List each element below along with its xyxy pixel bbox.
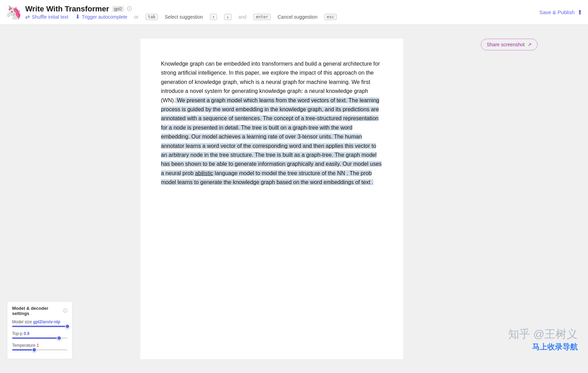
share-screenshot-button[interactable]: Share screenshot ↗ <box>481 39 538 50</box>
and-label: and <box>239 14 246 20</box>
temperature-row: Temperature 1 <box>12 343 67 351</box>
logo-area: 🦄 Write With Transformer gpt2 ⓘ ⇄ Shuffl… <box>6 4 337 20</box>
model-settings-box: Model & decoder settings ⓘ Model size gp… <box>7 301 73 359</box>
toolbar-actions: ⇄ Shuffle initial text ⬇ Trigger autocom… <box>25 13 337 20</box>
share-screenshot-label: Share screenshot <box>487 42 525 47</box>
model-size-slider[interactable] <box>12 326 67 327</box>
shuffle-label: Shuffle initial text <box>32 14 68 20</box>
info-icon[interactable]: ⓘ <box>127 6 132 12</box>
select-suggestion-text: Select suggestion <box>165 14 203 20</box>
model-size-value: gpt2/arxiv-nlp <box>33 319 60 324</box>
autocomplete-btn[interactable]: ⬇ Trigger autocomplete <box>75 13 128 20</box>
main: Model & decoder settings ⓘ Model size gp… <box>0 25 588 373</box>
shuffle-icon: ⇄ <box>25 13 30 20</box>
top-p-row: Top-p 0.9 <box>12 331 67 339</box>
temperature-value: 1 <box>37 343 39 348</box>
save-publish-button[interactable]: Save & Publish ⬆ <box>539 9 582 16</box>
cancel-suggestion-text: Cancel suggestion <box>278 14 317 20</box>
left-panel: Model & decoder settings ⓘ Model size gp… <box>0 25 73 373</box>
share-external-icon: ↗ <box>528 42 532 47</box>
model-settings-title: Model & decoder settings <box>12 306 61 316</box>
settings-info-icon[interactable]: ⓘ <box>63 308 67 314</box>
temperature-slider[interactable] <box>12 349 67 351</box>
user-text: Knowledge graph can be embedded into tra… <box>161 61 380 103</box>
top-p-label: Top-p 0.9 <box>12 331 67 336</box>
paper[interactable]: Knowledge graph can be embedded into tra… <box>140 39 403 359</box>
enter-key-badge: enter <box>253 14 271 20</box>
model-size-label: Model size gpt2/arxiv-nlp <box>12 319 67 324</box>
top-p-slider[interactable] <box>12 337 67 339</box>
shuffle-btn[interactable]: ⇄ Shuffle initial text <box>25 13 68 20</box>
temperature-label: Temperature 1 <box>12 343 67 348</box>
logo-emoji: 🦄 <box>6 6 22 19</box>
save-publish-icon: ⬆ <box>577 9 582 16</box>
up-key-badge: ↑ <box>210 14 217 20</box>
autocomplete-icon: ⬇ <box>75 13 80 20</box>
autocomplete-label: Trigger autocomplete <box>82 14 128 20</box>
header: 🦄 Write With Transformer gpt2 ⓘ ⇄ Shuffl… <box>0 0 588 25</box>
app-title-row: Write With Transformer gpt2 ⓘ <box>25 4 337 13</box>
right-panel: Share screenshot ↗ <box>470 25 588 373</box>
top-p-value: 0.9 <box>24 331 29 336</box>
separator-or: or <box>134 14 138 20</box>
text-content[interactable]: Knowledge graph can be embedded into tra… <box>161 59 382 187</box>
down-key-badge: ↓ <box>224 14 231 20</box>
generated-text: We present a graph model which learns fr… <box>161 97 382 185</box>
esc-key-badge: esc <box>324 14 337 20</box>
title-block: Write With Transformer gpt2 ⓘ ⇄ Shuffle … <box>25 4 337 20</box>
model-size-row: Model size gpt2/arxiv-nlp <box>12 319 67 327</box>
editor-container: Knowledge graph can be embedded into tra… <box>73 25 470 373</box>
model-badge: gpt2 <box>112 6 124 12</box>
app-title: Write With Transformer <box>25 4 109 13</box>
save-publish-label: Save & Publish <box>539 9 575 15</box>
model-settings-title-row: Model & decoder settings ⓘ <box>12 306 67 316</box>
underline-word: abilistic <box>195 170 213 176</box>
tab-key-badge: tab <box>146 14 158 20</box>
